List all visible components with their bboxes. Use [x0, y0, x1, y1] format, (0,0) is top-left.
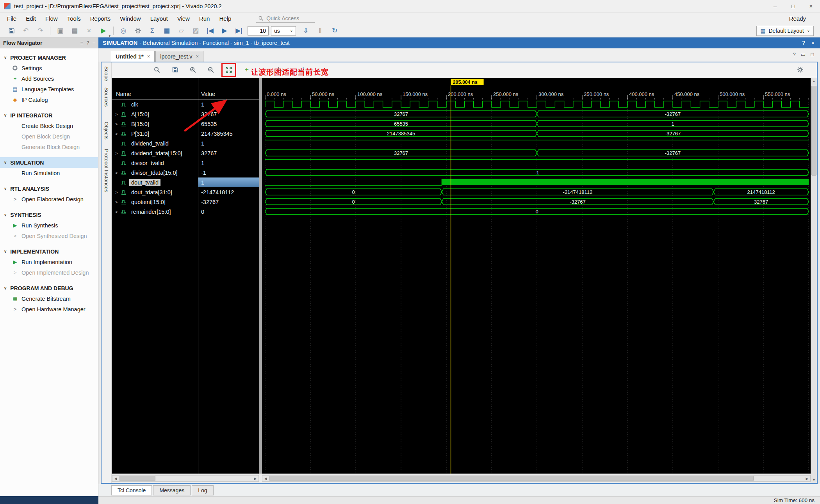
- settings-icon[interactable]: [132, 25, 144, 36]
- clean-icon[interactable]: ▨: [190, 25, 201, 36]
- close-icon[interactable]: ×: [196, 53, 199, 59]
- side-tab-protocol-instances[interactable]: Protocol Instances: [103, 149, 109, 192]
- flow-item-open-hardware-manager[interactable]: >Open Hardware Manager: [0, 304, 98, 314]
- scroll-left-icon[interactable]: ◀: [112, 477, 119, 481]
- close-button[interactable]: ×: [802, 0, 820, 12]
- scroll-track[interactable]: [119, 476, 252, 481]
- names-hscrollbar[interactable]: ◀ ▶: [112, 475, 259, 482]
- waveform-canvas[interactable]: 0.000 ns50.000 ns100.000 ns150.000 ns200…: [262, 78, 811, 474]
- side-tab-scope[interactable]: Scope: [103, 66, 109, 81]
- sim-runtime-input[interactable]: [248, 26, 269, 35]
- expander-icon[interactable]: >: [115, 209, 121, 214]
- undo-icon[interactable]: ↶: [20, 25, 32, 36]
- pause-icon[interactable]: ‖: [314, 25, 326, 36]
- scroll-thumb[interactable]: [269, 476, 754, 481]
- menu-reports[interactable]: Reports: [86, 12, 116, 24]
- signal-row-dout-tdata-31-0[interactable]: >dout_tdata[31:0]-2147418112: [112, 187, 259, 197]
- zoom-fit-icon[interactable]: [223, 64, 235, 75]
- expander-icon[interactable]: >: [115, 112, 121, 117]
- wave-hscrollbar[interactable]: ◀ ▶: [262, 475, 811, 482]
- scroll-thumb[interactable]: [811, 86, 816, 176]
- layout-select[interactable]: ▦ Default Layout ∨: [756, 26, 814, 36]
- run-for-icon[interactable]: ▶|: [233, 25, 245, 36]
- flow-section-header-rtl-analysis[interactable]: ∨RTL ANALYSIS: [0, 183, 98, 194]
- flow-item-ip-catalog[interactable]: ◆IP Catalog: [0, 94, 98, 105]
- zoom-in-icon[interactable]: [187, 64, 199, 75]
- flow-section-header-project-manager[interactable]: ∨PROJECT MANAGER: [0, 52, 98, 63]
- maximize-button[interactable]: □: [784, 0, 802, 12]
- copy-icon[interactable]: ▣: [54, 25, 66, 36]
- flow-section-header-synthesis[interactable]: ∨SYNTHESIS: [0, 209, 98, 220]
- tab-untitled-1[interactable]: Untitled 1*×: [111, 51, 155, 62]
- menu-help[interactable]: Help: [214, 12, 236, 24]
- side-tab-sources[interactable]: Sources: [103, 87, 109, 107]
- run-all-icon[interactable]: ▶: [219, 25, 230, 36]
- menu-flow[interactable]: Flow: [41, 12, 62, 24]
- find-icon[interactable]: [151, 64, 163, 75]
- flow-item-add-sources[interactable]: +Add Sources: [0, 73, 98, 84]
- flow-item-open-elaborated-design[interactable]: >Open Elaborated Design: [0, 194, 98, 204]
- breakpoints-icon[interactable]: ▦: [161, 25, 173, 36]
- menu-layout[interactable]: Layout: [146, 12, 173, 24]
- flow-item-language-templates[interactable]: ▤Language Templates: [0, 84, 98, 94]
- menu-edit[interactable]: Edit: [21, 12, 41, 24]
- run-icon[interactable]: ▶▾: [98, 25, 109, 36]
- signal-row-a-15-0[interactable]: >A[15:0]32767: [112, 109, 259, 119]
- collapse-icon[interactable]: ≡: [80, 40, 83, 46]
- signal-row-clk[interactable]: clk1: [112, 99, 259, 109]
- save-waveform-icon[interactable]: [169, 64, 181, 75]
- expander-icon[interactable]: >: [115, 190, 121, 195]
- redo-icon[interactable]: ↷: [34, 25, 46, 36]
- help-icon[interactable]: ?: [87, 40, 89, 46]
- delete-icon[interactable]: ×: [83, 25, 95, 36]
- maximize-icon[interactable]: □: [811, 51, 814, 57]
- flow-section-header-program-and-debug[interactable]: ∨PROGRAM AND DEBUG: [0, 283, 98, 293]
- scroll-right-icon[interactable]: ▶: [804, 477, 810, 481]
- signal-row-divisor-tdata-15-0[interactable]: >divisor_tdata[15:0]-1: [112, 168, 259, 177]
- add-function-icon[interactable]: Σ: [146, 25, 158, 36]
- scroll-track[interactable]: [269, 476, 804, 481]
- zoom-out-icon[interactable]: [205, 64, 217, 75]
- help-icon[interactable]: ?: [802, 40, 805, 46]
- float-icon[interactable]: ▭: [801, 51, 806, 57]
- flow-section-header-implementation[interactable]: ∨IMPLEMENTATION: [0, 246, 98, 257]
- signal-row-p-31-0[interactable]: >P[31:0]2147385345: [112, 129, 259, 138]
- signal-row-dividend-tdata-15-0[interactable]: >dividend_tdata[15:0]32767: [112, 148, 259, 158]
- expander-icon[interactable]: >: [115, 200, 121, 204]
- menu-window[interactable]: Window: [115, 12, 145, 24]
- panel-splitter[interactable]: [259, 78, 262, 474]
- signal-row-quotient-15-0[interactable]: >quotient[15:0]-32767: [112, 197, 259, 207]
- flow-item-settings[interactable]: Settings: [0, 63, 98, 73]
- signal-row-dividend-tvalid[interactable]: dividend_tvalid1: [112, 138, 259, 148]
- tab-tcl-console[interactable]: Tcl Console: [111, 485, 152, 495]
- flow-item-run-synthesis[interactable]: ▶Run Synthesis: [0, 220, 98, 231]
- scroll-down-icon[interactable]: ▼: [811, 477, 817, 483]
- expander-icon[interactable]: >: [115, 122, 121, 126]
- close-icon[interactable]: ×: [147, 53, 150, 59]
- sim-runtime-unit-select[interactable]: us∨: [271, 26, 296, 35]
- flow-item-run-implementation[interactable]: ▶Run Implementation: [0, 257, 98, 267]
- help-icon[interactable]: ?: [793, 51, 796, 57]
- step-icon[interactable]: ⇩: [300, 25, 312, 36]
- save-icon[interactable]: [5, 25, 17, 36]
- close-icon[interactable]: ×: [811, 40, 815, 46]
- expander-icon[interactable]: >: [115, 151, 121, 156]
- menu-run[interactable]: Run: [194, 12, 215, 24]
- flow-item-generate-bitstream[interactable]: ▦Generate Bitstream: [0, 293, 98, 304]
- wave-settings-icon[interactable]: [794, 64, 806, 75]
- tab-log[interactable]: Log: [192, 485, 213, 495]
- signal-row-divisor-tvalid[interactable]: divisor_tvalid1: [112, 158, 259, 168]
- menu-view[interactable]: View: [173, 12, 194, 24]
- menu-file[interactable]: File: [2, 12, 21, 24]
- flow-item-create-block-design[interactable]: Create Block Design: [0, 121, 98, 131]
- expander-icon[interactable]: >: [115, 170, 121, 175]
- minimize-icon[interactable]: –: [93, 40, 95, 46]
- scroll-left-icon[interactable]: ◀: [262, 477, 269, 481]
- restart-icon[interactable]: |◀: [204, 25, 216, 36]
- signal-row-remainder-15-0[interactable]: >remainder[15:0]0: [112, 207, 259, 217]
- flow-section-header-simulation[interactable]: ∨SIMULATION: [0, 157, 98, 168]
- side-tab-objects[interactable]: Objects: [103, 122, 109, 140]
- signal-row-dout-tvalid[interactable]: dout_tvalid1: [112, 177, 259, 187]
- edit-mode-icon[interactable]: ▱: [175, 25, 187, 36]
- menu-tools[interactable]: Tools: [62, 12, 86, 24]
